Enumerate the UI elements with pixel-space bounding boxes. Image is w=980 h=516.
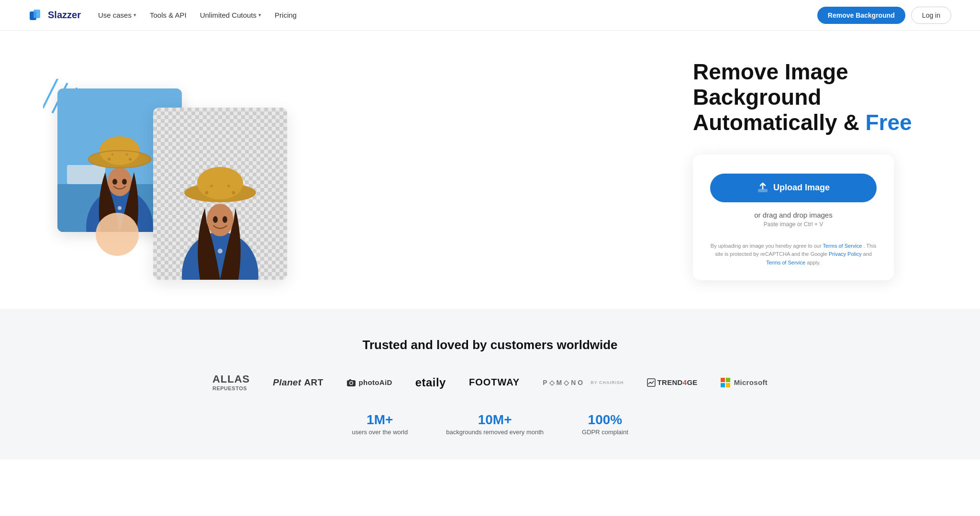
trusted-section: Trusted and loved by customers worldwide… (0, 309, 980, 459)
stat-gdpr-number: 100% (582, 412, 628, 428)
svg-point-33 (205, 191, 209, 195)
peach-circle-decoration (96, 213, 139, 256)
svg-point-24 (182, 232, 258, 280)
nav-right: Remove Background Log in (817, 7, 951, 24)
nav-pricing[interactable]: Pricing (275, 11, 297, 19)
logo-trendage: TREND4GE (647, 378, 698, 387)
nav-left: Slazzer Use cases ▾ Tools & API Unlimite… (29, 8, 297, 23)
hero-section: Remove Image Background Automatically & … (0, 31, 980, 309)
login-button[interactable]: Log in (911, 7, 951, 24)
logo[interactable]: Slazzer (29, 8, 81, 23)
nav-unlimited-cutouts[interactable]: Unlimited Cutouts ▾ (200, 11, 261, 19)
stat-backgrounds-label: backgrounds removed every month (446, 428, 544, 436)
stat-gdpr: 100% GDPR complaint (582, 412, 628, 436)
svg-point-32 (197, 167, 243, 199)
logo-microsoft: Microsoft (721, 378, 768, 387)
svg-point-18 (108, 158, 111, 161)
partner-logos: ALLAS REPUESTOS PlanetART photoAiD etail… (38, 373, 942, 391)
stat-backgrounds-number: 10M+ (446, 412, 544, 428)
nav-links: Use cases ▾ Tools & API Unlimited Cutout… (98, 11, 297, 19)
stat-users: 1M+ users over the world (352, 412, 408, 436)
logo-allas-repuestos: ALLAS REPUESTOS (212, 373, 250, 391)
trusted-title: Trusted and loved by customers worldwide (38, 338, 942, 352)
stat-gdpr-label: GDPR complaint (582, 428, 628, 436)
svg-point-35 (210, 185, 213, 187)
chevron-down-icon: ▾ (134, 12, 136, 18)
privacy-policy-link[interactable]: Privacy Policy (829, 251, 861, 257)
svg-point-21 (126, 154, 128, 156)
logo-footway: FOOTWAY (469, 377, 520, 388)
svg-point-30 (207, 204, 234, 236)
svg-point-26 (218, 249, 223, 253)
drag-drop-text: or drag and drop images (710, 211, 877, 219)
terms-of-service-link-2[interactable]: Terms of Service (766, 260, 805, 265)
svg-point-14 (108, 167, 132, 196)
logo-photoaid: photoAiD (346, 378, 392, 387)
logo-etaily: etaily (415, 376, 446, 389)
nav-use-cases[interactable]: Use cases ▾ (98, 11, 136, 19)
trendage-icon (647, 378, 656, 387)
legal-text: By uploading an image you hereby agree t… (710, 242, 877, 267)
stat-users-label: users over the world (352, 428, 408, 436)
svg-point-36 (227, 185, 230, 187)
paste-text: Paste image or Ctrl + V (710, 221, 877, 228)
svg-point-22 (112, 179, 117, 185)
upload-image-button[interactable]: Upload Image (710, 174, 877, 202)
stats-row: 1M+ users over the world 10M+ background… (38, 412, 942, 436)
stat-users-number: 1M+ (352, 412, 408, 428)
remove-background-button[interactable]: Remove Background (817, 7, 905, 24)
logo-planetart: PlanetART (273, 377, 323, 388)
logo-text: Slazzer (48, 10, 81, 21)
logo-pamono: P◇M◇NO BY CHAIRISH (543, 378, 624, 386)
hero-content: Remove Image Background Automatically & … (693, 59, 942, 280)
svg-point-10 (118, 206, 122, 210)
chevron-down-icon-2: ▾ (258, 12, 261, 18)
svg-point-37 (213, 216, 218, 223)
svg-rect-43 (349, 379, 351, 381)
navigation: Slazzer Use cases ▾ Tools & API Unlimite… (0, 0, 980, 31)
svg-point-38 (223, 216, 227, 223)
logo-icon (29, 8, 44, 23)
svg-point-34 (232, 191, 235, 195)
svg-point-20 (111, 154, 114, 156)
hero-visual (38, 69, 287, 270)
upload-icon (757, 182, 768, 194)
upload-card: Upload Image or drag and drop images Pas… (693, 154, 894, 281)
stat-backgrounds: 10M+ backgrounds removed every month (446, 412, 544, 436)
svg-rect-7 (67, 165, 105, 184)
hero-title: Remove Image Background Automatically & … (693, 59, 942, 135)
svg-rect-1 (33, 10, 40, 18)
after-image-svg (153, 108, 287, 280)
after-image (153, 108, 287, 280)
svg-point-23 (122, 179, 127, 185)
svg-point-19 (129, 158, 132, 161)
microsoft-squares-icon (721, 378, 730, 387)
nav-tools-api[interactable]: Tools & API (150, 11, 187, 19)
photoaid-camera-icon (346, 378, 356, 387)
svg-line-2 (43, 79, 57, 108)
svg-point-42 (350, 382, 352, 384)
terms-of-service-link[interactable]: Terms of Service (823, 243, 862, 249)
